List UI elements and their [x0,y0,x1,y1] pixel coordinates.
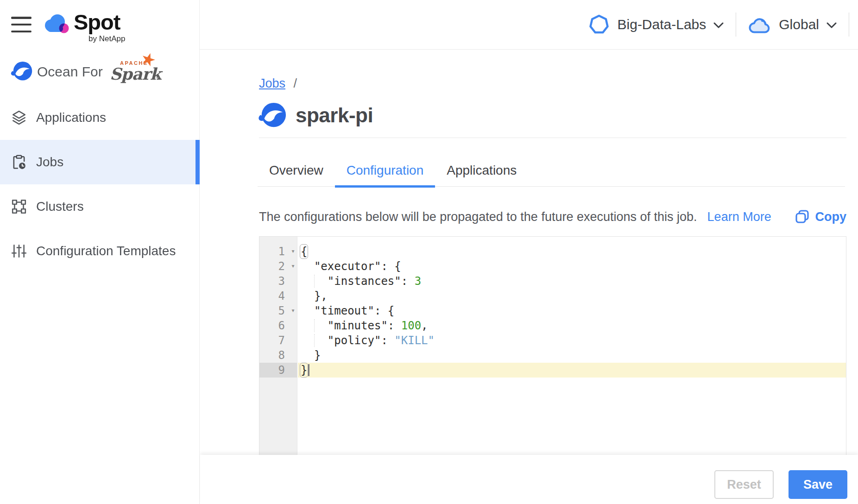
editor-line[interactable]: "timeout": { [298,303,846,318]
brand-byline: by NetApp [88,34,125,44]
product-prefix: Ocean For [37,64,103,80]
editor-gutter: 1▾2▾345▾6789 [259,237,297,455]
region-selector[interactable]: Global [748,15,837,34]
gutter-line-number: 2▾ [259,259,297,274]
gutter-line-number: 8 [259,348,297,363]
editor-line[interactable]: { [298,244,846,259]
breadcrumb-separator: / [294,76,297,90]
breadcrumb-jobs-link[interactable]: Jobs [259,76,285,90]
header-divider [849,13,849,37]
breadcrumb: Jobs / [259,76,297,91]
copy-button-label: Copy [815,210,847,224]
editor-line[interactable]: } [298,363,846,378]
ocean-wave-icon [10,60,32,82]
code-token: "KILL" [394,334,435,347]
copy-button[interactable]: Copy [795,209,847,224]
gutter-line-number: 1▾ [259,244,297,259]
text-cursor [308,364,309,376]
cloud-icon [748,15,771,34]
code-token: } [301,349,321,362]
code-token: "minutes": [301,319,401,332]
json-code-editor[interactable]: 1▾2▾345▾6789 { "executor": { "instances"… [259,236,846,455]
sidebar-item-applications[interactable]: Applications [0,95,200,140]
sidebar-item-clusters[interactable]: Clusters [0,184,200,229]
sidebar-item-label: Clusters [36,199,84,214]
code-token: { [301,245,307,258]
header-divider [736,13,736,37]
job-wave-icon [258,101,286,130]
hamburger-menu-icon[interactable] [11,17,32,32]
learn-more-link[interactable]: Learn More [707,210,771,224]
editor-line[interactable]: }, [298,289,846,303]
chevron-down-icon [713,22,724,29]
editor-line[interactable]: "instances": 3 [298,274,846,289]
account-name: Big-Data-Labs [618,17,707,32]
code-token: 3 [415,275,421,288]
sidebar-item-label: Applications [36,110,106,125]
tab-applications[interactable]: Applications [435,163,528,188]
clusters-icon [11,199,27,214]
gutter-line-number: 6 [259,318,297,333]
region-name: Global [779,17,819,32]
editor-line[interactable]: "executor": { [298,259,846,274]
sidebar-nav: Applications Jobs [0,95,200,273]
gutter-line-number: 9 [259,363,297,378]
trademark: ™ [155,76,159,81]
account-heptagon-icon [588,13,610,36]
sidebar-item-configuration-templates[interactable]: Configuration Templates [0,229,200,273]
top-header: Big-Data-Labs Global [200,0,858,50]
account-selector[interactable]: Big-Data-Labs [588,13,724,36]
sidebar-item-label: Jobs [36,155,63,170]
spark-label: Spark [110,64,161,83]
code-token: }, [301,290,328,302]
code-token: "instances": [301,275,415,288]
page-title: spark-pi [296,104,373,127]
editor-code-area[interactable]: { "executor": { "instances": 3 }, "timeo… [298,237,846,455]
gutter-line-number: 3 [259,274,297,289]
product-logo: Ocean For APACHE Spark ™ [10,60,196,82]
code-token: } [301,364,307,377]
gutter-line-number: 5▾ [259,303,297,318]
main-content: Jobs / spark-pi Overview Configuration A… [200,50,858,504]
editor-line[interactable]: "minutes": 100, [298,318,846,333]
editor-line[interactable]: "policy": "KILL" [298,333,846,348]
code-token: 100 [401,319,421,332]
reset-button[interactable]: Reset [714,470,774,499]
config-note-row: The configurations below will be propaga… [259,209,846,224]
editor-line[interactable]: } [298,348,846,363]
sidebar: Spot by NetApp Ocean For APACHE Spark ™ [0,0,200,504]
apache-spark-logo: APACHE Spark ™ [110,57,161,82]
layers-icon [11,110,27,126]
tab-bar: Overview Configuration Applications [258,163,845,187]
sidebar-item-jobs[interactable]: Jobs [0,140,200,184]
code-token: "timeout": { [301,304,394,317]
brand-name: Spot [74,9,120,35]
chevron-down-icon [826,22,837,29]
fold-toggle-icon[interactable]: ▾ [291,258,295,273]
sliders-icon [11,243,27,259]
save-button[interactable]: Save [789,470,847,499]
gutter-line-number: 7 [259,333,297,348]
spot-cloud-icon [43,14,72,35]
sidebar-item-label: Configuration Templates [36,244,176,258]
tab-configuration[interactable]: Configuration [335,163,435,188]
title-divider [259,138,846,138]
config-note-text: The configurations below will be propaga… [259,210,697,224]
fold-toggle-icon[interactable]: ▾ [291,244,295,258]
copy-icon [795,209,810,224]
code-token: , [421,319,428,332]
code-token: "policy": [301,334,394,347]
gutter-line-number: 4 [259,289,297,303]
page-title-row: spark-pi [258,101,373,130]
code-token: "executor": { [301,260,401,273]
action-footer: Reset Save [200,455,858,504]
jobs-clipboard-icon [11,154,27,170]
fold-toggle-icon[interactable]: ▾ [291,303,295,318]
tab-overview[interactable]: Overview [258,163,335,188]
